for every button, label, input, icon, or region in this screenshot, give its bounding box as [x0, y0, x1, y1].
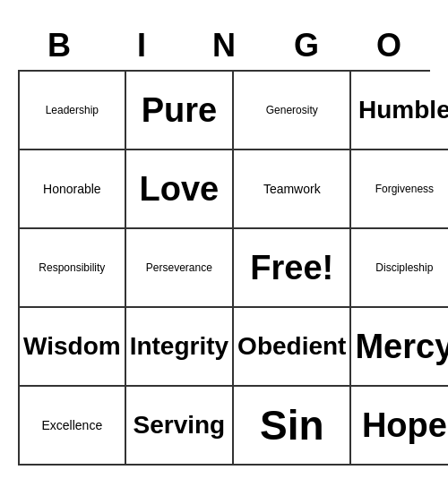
bingo-cell: Sin: [234, 387, 351, 466]
header-letter: O: [348, 21, 430, 70]
bingo-cell: Forgiveness: [351, 150, 448, 229]
bingo-card: BINGO LeadershipPureGenerosityHumbleRepu…: [9, 13, 439, 474]
bingo-cell: Responsibility: [20, 229, 126, 308]
bingo-header: BINGO: [18, 21, 430, 70]
bingo-cell: Honorable: [20, 150, 126, 229]
bingo-cell: Serving: [126, 387, 234, 466]
bingo-cell: Mercy: [351, 308, 448, 387]
header-letter: N: [183, 21, 265, 70]
bingo-cell: Humble: [351, 72, 448, 150]
bingo-cell: Generosity: [234, 72, 351, 150]
header-letter: G: [265, 21, 348, 70]
bingo-cell: Obedient: [234, 308, 351, 387]
bingo-cell: Perseverance: [126, 229, 234, 308]
bingo-cell: Free!: [234, 229, 351, 308]
bingo-cell: Discipleship: [351, 229, 448, 308]
bingo-cell: Hope: [351, 387, 448, 466]
bingo-grid: LeadershipPureGenerosityHumbleReputation…: [18, 70, 430, 466]
bingo-cell: Teamwork: [234, 150, 351, 229]
header-letter: I: [100, 21, 183, 70]
bingo-cell: Pure: [126, 72, 234, 150]
bingo-cell: Excellence: [20, 387, 126, 466]
bingo-cell: Wisdom: [20, 308, 126, 387]
bingo-cell: Integrity: [126, 308, 234, 387]
bingo-cell: Love: [126, 150, 234, 229]
header-letter: B: [18, 21, 100, 70]
bingo-cell: Leadership: [20, 72, 126, 150]
